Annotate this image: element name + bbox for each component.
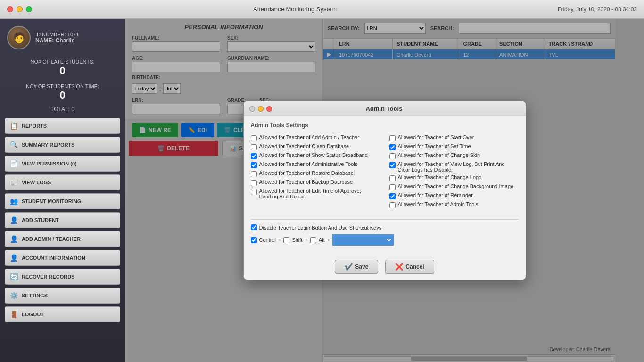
account-label: ACCOUNT INFORMATION [22, 255, 85, 261]
modal-title: Admin Tools [366, 105, 403, 112]
perm-reminder: Allowed for Teacher of Reminder [389, 191, 519, 200]
perm-clean-database-checkbox[interactable] [251, 144, 257, 150]
perm-start-over-checkbox[interactable] [389, 135, 396, 141]
perm-show-status-broadband-checkbox[interactable] [251, 153, 257, 159]
shortcut-keys-row: Control + Shift + Alt + [251, 234, 519, 246]
main-container: 🧑 ID NUMBER: 1071 NAME: Charlie NO# OF L… [0, 19, 644, 362]
sidebar-profile: 🧑 ID NUMBER: 1071 NAME: Charlie [5, 26, 120, 49]
sidebar-item-recover-records[interactable]: 🔄 RECOVER RECORDS [5, 269, 120, 285]
key-combo-select[interactable] [332, 234, 394, 246]
sidebar-item-settings[interactable]: ⚙️ SETTINGS [5, 288, 120, 304]
modal-close-button[interactable] [249, 106, 255, 112]
ontime-count: 0 [26, 89, 99, 101]
logs-icon: 📰 [10, 179, 18, 186]
late-label: NO# OF LATE STUDENTS: [30, 59, 94, 65]
monitoring-icon: 👥 [10, 197, 18, 205]
cancel-button[interactable]: ❌ Cancel [385, 260, 434, 274]
divider [251, 215, 519, 215]
modal-footer: ✔️ Save ❌ Cancel [244, 255, 526, 280]
perm-start-over: Allowed for Teacher of Start Over [389, 133, 519, 142]
sidebar: 🧑 ID NUMBER: 1071 NAME: Charlie NO# OF L… [0, 19, 125, 362]
perm-add-admin-teacher: Allowed for Teacher of Add Admin / Teach… [251, 133, 380, 142]
perm-clean-database: Allowed for Teacher of Clean Database [251, 142, 380, 151]
perm-view-log: Allowed for Teacher of View Log, But Pri… [389, 160, 519, 173]
sidebar-item-add-admin-teacher[interactable]: 👤 ADD ADMIN / TEACHER [5, 231, 120, 247]
perm-view-log-checkbox[interactable] [389, 162, 396, 168]
ontime-students-stat: NO# OF STUDENTS ON TIME: 0 [26, 83, 99, 101]
add-admin-icon: 👤 [10, 235, 18, 243]
add-student-icon: 👤 [10, 216, 18, 224]
minimize-button[interactable] [17, 6, 23, 12]
reports-label: REPORTS [22, 123, 47, 129]
alt-checkbox[interactable] [310, 237, 316, 243]
modal-maximize-button[interactable] [266, 106, 272, 112]
modal-overlay: Admin Tools Admin Tools Settings Allowed… [125, 19, 644, 362]
maximize-button[interactable] [26, 6, 32, 12]
perm-backup-database: Allowed for Teacher of Backup Database [251, 178, 380, 187]
sidebar-item-account-information[interactable]: 👤 ACCOUNT INFORMATION [5, 250, 120, 266]
cancel-icon: ❌ [395, 263, 403, 271]
shift-label: Shift [292, 237, 302, 243]
right-permissions: Allowed for Teacher of Start Over Allowe… [389, 133, 519, 209]
window-controls[interactable] [7, 6, 32, 12]
recover-label: RECOVER RECORDS [22, 274, 74, 280]
cancel-label: Cancel [405, 263, 424, 270]
perm-change-logo: Allowed for Teacher of Change Logo [389, 173, 519, 182]
perm-set-time: Allowed for Teacher of Set Time [389, 142, 519, 151]
sidebar-item-add-student[interactable]: 👤 ADD STUDENT [5, 212, 120, 228]
summary-icon: 🔍 [10, 141, 18, 148]
total-stat: TOTAL: 0 [50, 106, 74, 113]
perm-add-admin-teacher-checkbox[interactable] [251, 135, 257, 141]
perm-change-logo-checkbox[interactable] [389, 175, 396, 181]
reports-icon: 📋 [10, 122, 18, 130]
sidebar-item-reports[interactable]: 📋 REPORTS [5, 118, 120, 134]
control-checkbox[interactable] [251, 237, 257, 243]
perm-backup-database-checkbox[interactable] [251, 180, 257, 186]
account-icon: 👤 [10, 254, 18, 262]
perm-change-skin-checkbox[interactable] [389, 153, 396, 159]
sidebar-item-summary-reports[interactable]: 🔍 SUMMARY REPORTS [5, 137, 120, 153]
title-bar: Attendance Monitoring System Friday, Jul… [0, 0, 644, 19]
name-label: NAME: [35, 37, 54, 44]
perm-edit-time: Allowed for Teacher of Edit Time of Appr… [251, 187, 380, 200]
perm-change-background-checkbox[interactable] [389, 184, 396, 190]
save-button[interactable]: ✔️ Save [335, 260, 378, 274]
logout-label: LOGOUT [22, 312, 44, 317]
settings-label: SETTINGS [22, 293, 48, 298]
perm-admin-tools: Allowed for Teacher of Admin Tools [389, 200, 519, 209]
settings-icon: ⚙️ [10, 292, 18, 299]
perm-show-status-broadband: Allowed for Teacher of Show Status Broad… [251, 151, 380, 160]
perm-reminder-checkbox[interactable] [389, 193, 396, 199]
modal-minimize-button[interactable] [258, 106, 264, 112]
datetime-display: Friday, July 10, 2020 - 08:34:03 [558, 6, 637, 13]
perm-administrative-tools-checkbox[interactable] [251, 162, 257, 168]
monitoring-label: STUDENT MONITORING [22, 198, 81, 204]
total-count: 0 [71, 106, 74, 113]
app-title: Attendance Monitoring System [253, 6, 337, 13]
id-label: ID NUMBER: [35, 32, 66, 37]
perm-change-skin: Allowed for Teacher of Change Skin [389, 151, 519, 160]
settings-grid: Allowed for Teacher of Add Admin / Teach… [251, 133, 519, 209]
add-student-label: ADD STUDENT [22, 217, 59, 223]
recover-icon: 🔄 [10, 273, 18, 280]
perm-edit-time-checkbox[interactable] [251, 189, 257, 195]
perm-set-time-checkbox[interactable] [389, 144, 396, 150]
avatar: 🧑 [7, 26, 31, 49]
close-button[interactable] [7, 6, 13, 12]
sidebar-item-student-monitoring[interactable]: 👥 STUDENT MONITORING [5, 193, 120, 209]
perm-restore-database-checkbox[interactable] [251, 171, 257, 177]
sidebar-item-logout[interactable]: 🚪 LOGOUT [5, 306, 120, 322]
shift-checkbox[interactable] [283, 237, 289, 243]
sidebar-item-view-logs[interactable]: 📰 VIEW LOGS [5, 174, 120, 190]
permission-label: VIEW PERMISSION (0) [22, 161, 77, 166]
disable-shortcut-checkbox[interactable] [251, 224, 257, 230]
late-count: 0 [30, 65, 94, 77]
left-permissions: Allowed for Teacher of Add Admin / Teach… [251, 133, 380, 209]
perm-admin-tools-checkbox[interactable] [389, 202, 396, 208]
modal-window-controls[interactable] [249, 106, 272, 112]
ontime-label: NO# OF STUDENTS ON TIME: [26, 83, 99, 89]
admin-tools-modal: Admin Tools Admin Tools Settings Allowed… [243, 101, 526, 280]
perm-change-background: Allowed for Teacher of Change Background… [389, 182, 519, 191]
sidebar-item-view-permission[interactable]: 📄 VIEW PERMISSION (0) [5, 156, 120, 172]
modal-section-title: Admin Tools Settings [251, 122, 519, 129]
